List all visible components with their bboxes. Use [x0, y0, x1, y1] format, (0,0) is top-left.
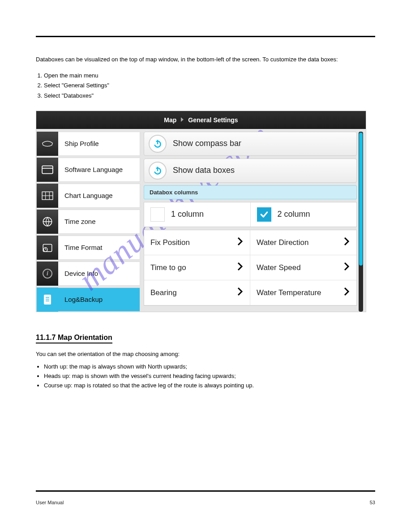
databox-label: Water Speed — [257, 263, 301, 272]
option-label: 1 column — [171, 210, 204, 219]
databox-column-selector: 1 column 2 column — [144, 202, 357, 227]
databox-bearing[interactable]: Bearing — [144, 280, 250, 305]
databox-grid: Fix Position Water Direction Time to go … — [144, 230, 357, 306]
svg-rect-11 — [44, 295, 51, 305]
power-icon — [149, 135, 167, 153]
main-panel: Show compass bar Show data boxes Databox… — [144, 132, 363, 312]
bullet-course-up: Course up: map is rotated so that the ac… — [44, 381, 375, 390]
power-icon — [149, 162, 167, 180]
sidebar-item-label: Software Language — [58, 166, 123, 173]
toggle-show-data-boxes[interactable]: Show data boxes — [144, 159, 357, 183]
toggle-show-compass-bar[interactable]: Show compass bar — [144, 132, 357, 156]
sidebar-item-label: Device Info — [58, 270, 98, 277]
databox-label: Time to go — [150, 263, 186, 272]
step-2: Select "General Settings" — [44, 81, 375, 90]
databox-water-speed[interactable]: Water Speed — [250, 255, 356, 280]
section-text: You can set the orientation of the map c… — [36, 350, 375, 359]
sidebar-item-time-zone[interactable]: Time zone — [36, 210, 140, 234]
sidebar-item-label: Time zone — [58, 218, 95, 225]
breadcrumb-general-settings[interactable]: General Settings — [188, 116, 238, 124]
databox-water-temperature[interactable]: Water Temperature — [250, 280, 356, 305]
sidebar-item-software-language[interactable]: Software Language — [36, 158, 140, 182]
chevron-right-icon — [236, 237, 244, 248]
databox-columns-header: Databox columns — [144, 185, 357, 199]
timeformat-icon — [37, 236, 58, 260]
databox-fix-position[interactable]: Fix Position — [144, 230, 250, 255]
step-3: Select "Databoxes" — [44, 91, 375, 101]
scrollbar[interactable] — [359, 132, 363, 312]
intro-text: Databoxes can be visualized on the top o… — [36, 55, 375, 64]
sidebar-item-chart-language[interactable]: Chart Language — [36, 184, 140, 208]
sidebar-item-time-format[interactable]: Time Format — [36, 236, 140, 260]
toggle-label: Show compass bar — [173, 139, 241, 148]
bullet-north-up: North up: the map is always shown with N… — [44, 362, 375, 372]
sidebar: Ship Profile Software Language Chart Lan… — [36, 132, 140, 312]
databox-time-to-go[interactable]: Time to go — [144, 255, 250, 280]
toggle-label: Show data boxes — [173, 166, 235, 175]
databox-label: Bearing — [150, 288, 177, 297]
option-1-column[interactable]: 1 column — [144, 202, 251, 227]
chevron-right-icon — [343, 262, 350, 273]
chevron-right-icon — [236, 287, 244, 298]
sidebar-item-label: Time Format — [58, 244, 102, 251]
log-icon — [37, 287, 58, 312]
timezone-icon — [37, 210, 58, 234]
scroll-thumb[interactable] — [359, 133, 363, 266]
breadcrumb: Map General Settings — [36, 111, 366, 129]
footer-right: 53 — [370, 500, 375, 505]
breadcrumb-map[interactable]: Map — [164, 116, 176, 124]
chevron-right-icon — [343, 237, 350, 248]
sidebar-item-label: Chart Language — [58, 192, 113, 199]
option-2-column[interactable]: 2 column — [251, 202, 357, 227]
sidebar-item-log-backup[interactable]: Log&Backup — [36, 287, 140, 312]
checkbox-unchecked-icon — [150, 207, 165, 222]
screenshot-frame: manualshive.com Map General Settings Shi… — [36, 111, 366, 312]
sidebar-item-label: Ship Profile — [58, 140, 99, 147]
sidebar-item-label: Log&Backup — [58, 296, 103, 303]
ship-icon — [37, 132, 58, 156]
databox-label: Water Direction — [257, 238, 309, 247]
section-heading: 11.1.7 Map Orientation — [36, 334, 112, 343]
svg-rect-0 — [42, 166, 53, 173]
footer-left: User Manual — [36, 500, 64, 505]
chevron-right-icon — [180, 116, 184, 124]
chevron-right-icon — [236, 262, 244, 273]
bullet-heads-up: Heads up: map is shown with the vessel's… — [44, 372, 375, 381]
section-bullets: North up: the map is always shown with N… — [44, 362, 375, 390]
databox-water-direction[interactable]: Water Direction — [250, 230, 356, 255]
info-icon: i — [37, 262, 58, 286]
window-icon — [37, 158, 58, 182]
chevron-right-icon — [343, 287, 350, 298]
sidebar-item-ship-profile[interactable]: Ship Profile — [36, 132, 140, 156]
option-label: 2 column — [278, 210, 310, 219]
databox-label: Water Temperature — [257, 288, 321, 297]
sidebar-item-device-info[interactable]: i Device Info — [36, 262, 140, 286]
chart-lang-icon — [37, 184, 58, 208]
checkbox-checked-icon — [257, 207, 271, 222]
step-1: Open the main menu — [44, 71, 375, 81]
databox-label: Fix Position — [150, 238, 190, 247]
steps-list: Open the main menu Select "General Setti… — [44, 71, 375, 101]
